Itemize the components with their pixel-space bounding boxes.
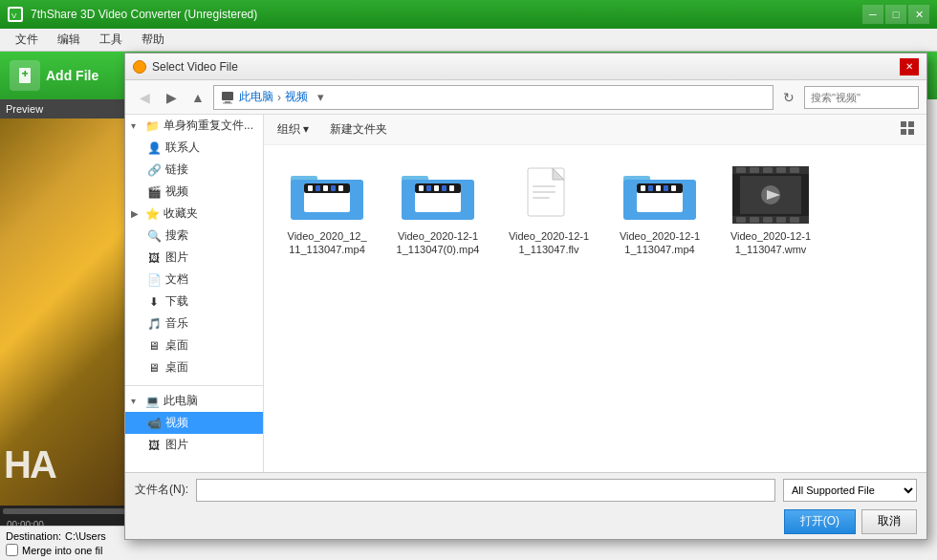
svg-rect-54 [776, 167, 786, 173]
file-item-0[interactable]: Video_2020_12_11_113047.mp4 [279, 161, 375, 263]
new-folder-button[interactable]: 新建文件夹 [322, 119, 395, 140]
back-button[interactable]: ◀ [133, 86, 156, 109]
file-item-4[interactable]: Video_2020-12-11_113047.wmv [723, 161, 818, 263]
window-controls: ─ □ ✕ [862, 5, 929, 24]
sidebar-item-2[interactable]: 🔗 链接 [125, 159, 263, 181]
sidebar-item-4[interactable]: ▶ ⭐ 收藏夹 [125, 203, 263, 225]
dialog-close-button[interactable]: ✕ [900, 58, 919, 75]
sidebar-label-10: 桌面 [165, 337, 188, 354]
cancel-button[interactable]: 取消 [861, 509, 917, 534]
svg-rect-57 [736, 217, 746, 223]
file-thumb-0 [289, 166, 365, 224]
view-button[interactable] [896, 118, 919, 141]
destination-value: C:\Users [65, 530, 106, 542]
minimize-button[interactable]: ─ [862, 5, 883, 24]
progress-bar[interactable] [3, 508, 131, 514]
forward-button[interactable]: ▶ [160, 86, 183, 109]
breadcrumb-sep: › [277, 91, 281, 104]
sidebar-label-11: 桌面 [165, 359, 188, 376]
computer-icon: 💻 [144, 394, 160, 409]
add-file-label: Add File [46, 68, 98, 83]
file-item-2[interactable]: Video_2020-12-11_113047.flv [501, 161, 597, 263]
svg-rect-59 [763, 217, 773, 223]
file-item-1[interactable]: Video_2020-12-11_113047(0).mp4 [390, 161, 486, 263]
sidebar-item-11[interactable]: 🖥 桌面 [125, 356, 263, 378]
sidebar-item-6[interactable]: 🖼 图片 [125, 247, 263, 269]
sidebar-item-5[interactable]: 🔍 搜索 [125, 225, 263, 247]
organize-button[interactable]: 组织 ▾ [272, 119, 315, 140]
refresh-button[interactable]: ↻ [777, 86, 800, 109]
filename-row: 文件名(N): All Supported File [135, 479, 917, 502]
breadcrumb-dropdown[interactable]: ▾ [312, 86, 329, 109]
menu-tools[interactable]: 工具 [92, 30, 130, 50]
svg-rect-58 [750, 217, 759, 223]
svg-rect-47 [664, 185, 668, 191]
folder-icon: 📁 [144, 118, 160, 134]
sidebar-label-1: 联系人 [165, 140, 200, 156]
breadcrumb-current[interactable]: 视频 [285, 89, 308, 105]
expander-12[interactable]: ▾ [131, 396, 141, 406]
sidebar-item-1[interactable]: 👤 联系人 [125, 137, 263, 159]
svg-rect-61 [790, 217, 799, 223]
sidebar-item-8[interactable]: ⬇ 下载 [125, 291, 263, 312]
file-label-1: Video_2020-12-11_113047(0).mp4 [396, 229, 480, 257]
dialog-title-bar: Select Video File ✕ [125, 54, 926, 80]
add-file-button[interactable]: Add File [10, 60, 98, 91]
svg-rect-55 [790, 167, 799, 173]
merge-checkbox[interactable] [6, 544, 18, 556]
select-file-dialog: Select Video File ✕ ◀ ▶ ▲ 此电脑 › 视频 ▾ ↻ [124, 53, 927, 540]
svg-rect-12 [901, 121, 906, 127]
destination-row: Destination: C:\Users [6, 530, 128, 542]
sidebar-item-9[interactable]: 🎵 音乐 [125, 312, 263, 334]
menu-edit[interactable]: 编辑 [50, 30, 88, 50]
svg-rect-33 [449, 185, 454, 191]
download-icon: ⬇ [146, 294, 162, 310]
sidebar-item-14[interactable]: 🖼 图片 [125, 434, 263, 456]
svg-rect-20 [308, 185, 313, 191]
sidebar-item-0[interactable]: ▾ 📁 单身狗重复文件... [125, 115, 263, 137]
file-label-4: Video_2020-12-11_113047.wmv [729, 229, 813, 257]
dialog-bottom: 文件名(N): All Supported File 打开(O) 取消 [125, 472, 926, 539]
app-bottom-bar: Destination: C:\Users Merge into one fil [0, 526, 134, 560]
menu-help[interactable]: 帮助 [134, 30, 172, 50]
menu-file[interactable]: 文件 [8, 30, 46, 50]
destination-label: Destination: [6, 530, 61, 542]
sidebar-item-7[interactable]: 📄 文档 [125, 269, 263, 291]
app-title: 7thShare 3D Video Converter (Unregistere… [31, 8, 257, 21]
svg-rect-45 [648, 185, 653, 191]
filetype-select[interactable]: All Supported File [783, 479, 917, 502]
expander-4[interactable]: ▶ [131, 208, 141, 219]
sidebar-item-12[interactable]: ▾ 💻 此电脑 [125, 390, 263, 412]
maximize-button[interactable]: □ [885, 5, 906, 24]
active-video-icon: 📹 [146, 416, 162, 431]
sidebar-item-3[interactable]: 🎬 视频 [125, 181, 263, 203]
expander-0[interactable]: ▾ [131, 120, 141, 131]
sidebar-divider [125, 382, 263, 386]
up-button[interactable]: ▲ [186, 86, 209, 109]
filename-input[interactable] [196, 479, 775, 502]
app-window: V 7thShare 3D Video Converter (Unregiste… [0, 0, 937, 560]
sidebar-item-13[interactable]: 📹 视频 [125, 412, 263, 434]
file-item-3[interactable]: Video_2020-12-11_113047.mp4 [612, 161, 708, 263]
breadcrumb: 此电脑 › 视频 ▾ [213, 85, 774, 110]
file-thumb-1 [400, 166, 476, 224]
file-label-0: Video_2020_12_11_113047.mp4 [285, 229, 369, 257]
svg-rect-60 [776, 217, 786, 223]
svg-rect-24 [338, 185, 343, 191]
close-button[interactable]: ✕ [908, 5, 929, 24]
search-input[interactable] [804, 86, 919, 109]
sidebar-label-4: 收藏夹 [163, 205, 198, 222]
svg-rect-14 [901, 129, 906, 135]
sidebar-item-10[interactable]: 🖥 桌面 [125, 334, 263, 356]
file-thumb-3 [621, 166, 698, 224]
open-button[interactable]: 打开(O) [784, 509, 856, 534]
breadcrumb-root[interactable]: 此电脑 [239, 89, 273, 105]
preview-image: HA [0, 118, 134, 506]
sidebar-label-14: 图片 [165, 437, 188, 453]
svg-rect-11 [223, 102, 232, 103]
svg-rect-15 [908, 129, 914, 135]
sidebar-label-9: 音乐 [165, 315, 188, 332]
svg-rect-46 [656, 185, 661, 191]
merge-label: Merge into one fil [22, 545, 102, 556]
sidebar-label-7: 文档 [165, 271, 188, 288]
